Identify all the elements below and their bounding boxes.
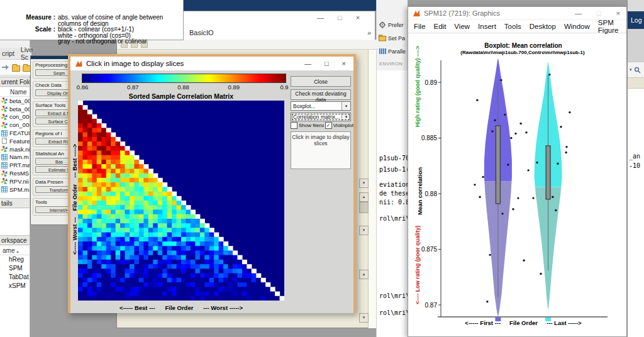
scrollbar-thumb[interactable] [359, 202, 369, 213]
maximize-icon[interactable]: □ [338, 14, 342, 21]
colorbar-tick-label: 0.89 [228, 84, 240, 91]
matrix-x-axis-label: <----- Best --- File Order --- Worst ---… [78, 304, 284, 311]
env-button-label: Prefer [388, 22, 404, 28]
dialog-window-controls: — □ × [304, 60, 353, 67]
forward-arrow-icon[interactable] [1, 64, 9, 70]
data-point [479, 196, 480, 198]
check-most-deviating-data-button[interactable]: Check most deviating data [291, 89, 351, 100]
x-axis-label-part: --- Last -----> [547, 319, 582, 326]
details-header[interactable]: tails [0, 198, 30, 208]
scrollbar-arrow[interactable]: ▴ [359, 270, 369, 279]
command-text-fragment: de these [379, 190, 408, 197]
ribbon-tab[interactable]: cript [2, 50, 14, 57]
y-tick-label: 0.885 [421, 135, 437, 141]
scale-label: Scale : [0, 26, 55, 45]
command-text-fragment: rol\mri\ [379, 292, 408, 299]
file-row[interactable]: Feature_ [0, 137, 30, 145]
data-point [500, 79, 502, 81]
scrollbar-arrow[interactable]: ▾ [359, 226, 369, 235]
file-name: beta_00 [9, 97, 30, 104]
file-row[interactable]: FEATUR [0, 129, 30, 137]
env-button-paralle[interactable]: Paralle [379, 48, 406, 55]
data-point [486, 301, 488, 302]
data-point [565, 152, 567, 153]
data-point [504, 114, 506, 116]
login-button[interactable]: Log In [628, 11, 644, 29]
data-point [494, 119, 496, 121]
colorbar-tick-label: 0.87 [127, 84, 139, 91]
volume-icon [1, 97, 8, 104]
file-name-column-header[interactable]: Name [0, 87, 30, 97]
workspace-variable[interactable]: SPM [0, 264, 30, 273]
boxplot-box [546, 146, 550, 199]
close-icon[interactable]: × [356, 14, 360, 21]
matlab-left-panels: criptLive Sc urrent Folder Name beta_00b… [0, 38, 30, 337]
command-text-fragment: eviations [379, 181, 408, 188]
grid-icon [1, 162, 8, 168]
workspace-header[interactable]: orkspace [0, 235, 30, 245]
edge-titlebar [628, 0, 644, 11]
scrollbar-arrow[interactable]: ▴ [359, 192, 369, 202]
folder-toolbar [0, 60, 31, 75]
workspace-name-column-header[interactable]: ame ▴ [0, 246, 30, 255]
volume-icon [1, 114, 8, 120]
correlation-matrix-dropdown[interactable]: Correlation matrix... ▾ [291, 113, 351, 121]
file-row[interactable]: beta_00 [0, 97, 30, 105]
minimize-icon[interactable]: — [317, 14, 324, 21]
workspace-variable[interactable]: hReg [0, 255, 30, 264]
data-point [514, 133, 516, 135]
env-button-prefer[interactable]: Prefer [379, 21, 404, 28]
env-button-label: Set Pa [388, 35, 405, 41]
file-name: FEATUR [9, 130, 30, 136]
file-row[interactable]: Nam.m [0, 153, 30, 162]
command-text-fragment: p1sub-1(0 [379, 166, 408, 173]
file-row[interactable]: SPM.ma [0, 185, 30, 194]
edge-tabstrip [628, 78, 644, 89]
edge-toolbar: ▾ [628, 62, 644, 78]
grid-icon [1, 130, 8, 136]
menu-basicio[interactable]: BasicIO [189, 26, 214, 40]
violinplot-label: Violinplot [333, 123, 353, 128]
scrollbar-arrow[interactable]: ▾ [359, 313, 369, 323]
show-filenames-label: Show filenam [299, 123, 324, 128]
close-button[interactable]: Close [291, 76, 351, 87]
search-icon[interactable] [634, 67, 641, 74]
env-button-set pa[interactable]: Set Pa [379, 35, 405, 41]
boxplot-dropdown[interactable]: Boxplot... ▾ [291, 101, 351, 111]
y-tick-label: 0.87 [425, 302, 438, 309]
workspace-variable[interactable]: TabDat [0, 273, 30, 282]
data-point [517, 197, 519, 199]
file-row[interactable]: ResMS. [0, 169, 30, 177]
command-window-strip[interactable]: p1sub-700p1sub-1(0eviationsde thesenii: … [376, 70, 408, 337]
file-row[interactable]: con_000 [0, 121, 30, 129]
dialog-titlebar: Click in image to display slices — □ × [70, 57, 353, 70]
correlation-matrix-heatmap[interactable] [78, 101, 284, 301]
editor-text-fragment: _an [629, 153, 640, 160]
check-sample-homogeneity-dialog: Click in image to display slices — □ × 0… [68, 54, 356, 313]
menu-overflow-icon[interactable]: » [367, 26, 371, 40]
x-axis-label-part: <----- First --- [465, 319, 501, 326]
scale-text: black - colinear (cos=+1/-1) white - ort… [58, 26, 183, 45]
scrollbar-arrow[interactable]: ▾ [359, 179, 369, 188]
batch-window-controls: — □ × [317, 14, 360, 21]
file-row[interactable]: con_000 [0, 113, 30, 121]
command-text-fragment: rol\mri\ [379, 215, 408, 222]
workspace-variable[interactable]: xSPM [0, 282, 30, 290]
violinplot-checkbox[interactable]: ✓ [325, 122, 332, 129]
details-body [0, 209, 30, 235]
data-point [507, 163, 509, 165]
maximize-icon[interactable]: □ [325, 60, 329, 67]
volume-icon [1, 178, 8, 184]
new-folder-icon[interactable] [12, 65, 20, 72]
show-filenames-checkbox[interactable] [291, 122, 297, 129]
close-icon[interactable]: × [342, 60, 346, 67]
minimize-icon[interactable]: — [304, 60, 311, 67]
file-row[interactable]: RPV.nii [0, 177, 30, 185]
file-row[interactable]: PRT.mat [0, 161, 30, 169]
violin-plot: 0.890.8850.880.8750.87 [408, 7, 626, 336]
file-row[interactable]: mask.ni [0, 145, 30, 153]
file-row[interactable]: beta_00 [0, 105, 30, 113]
y-tick-label: 0.875 [421, 246, 437, 253]
data-point [482, 176, 484, 178]
chevron-down-icon[interactable]: ▾ [630, 67, 632, 72]
